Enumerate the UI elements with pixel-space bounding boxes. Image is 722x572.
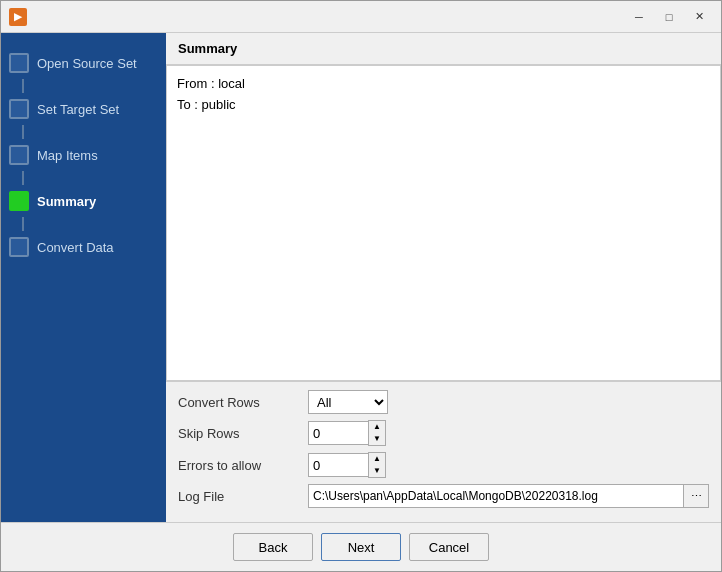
back-button[interactable]: Back xyxy=(233,533,313,561)
titlebar-left: ▶ xyxy=(9,8,27,26)
errors-to-allow-up-button[interactable]: ▲ xyxy=(369,453,385,465)
titlebar-controls: ─ □ ✕ xyxy=(625,6,713,28)
skip-rows-row: Skip Rows ▲ ▼ xyxy=(178,420,709,446)
from-label: From : local xyxy=(177,74,710,95)
errors-to-allow-spinner-buttons: ▲ ▼ xyxy=(368,452,386,478)
skip-rows-input[interactable] xyxy=(308,421,368,445)
step-icon-map-items xyxy=(9,145,29,165)
step-icon-open-source-set xyxy=(9,53,29,73)
summary-area: From : local To : public xyxy=(166,65,721,381)
sidebar-label-map-items: Map Items xyxy=(37,148,98,163)
skip-rows-spinner-buttons: ▲ ▼ xyxy=(368,420,386,446)
titlebar: ▶ ─ □ ✕ xyxy=(1,1,721,33)
footer: Back Next Cancel xyxy=(1,522,721,571)
errors-to-allow-down-button[interactable]: ▼ xyxy=(369,465,385,477)
options-area: Convert Rows All Specific Range Skip Row… xyxy=(166,381,721,522)
right-panel: Summary From : local To : public Convert… xyxy=(166,33,721,522)
main-window: ▶ ─ □ ✕ Open Source Set xyxy=(0,0,722,572)
log-file-row: Log File ⋯ xyxy=(178,484,709,508)
minimize-button[interactable]: ─ xyxy=(625,6,653,28)
errors-to-allow-input[interactable] xyxy=(308,453,368,477)
browse-button[interactable]: ⋯ xyxy=(683,484,709,508)
app-icon: ▶ xyxy=(9,8,27,26)
step-icon-set-target-set xyxy=(9,99,29,119)
step-icon-convert-data xyxy=(9,237,29,257)
log-file-input-container: ⋯ xyxy=(308,484,709,508)
minimize-icon: ─ xyxy=(635,11,643,23)
convert-rows-row: Convert Rows All Specific Range xyxy=(178,390,709,414)
errors-to-allow-spinner: ▲ ▼ xyxy=(308,452,386,478)
close-icon: ✕ xyxy=(695,10,704,23)
skip-rows-up-button[interactable]: ▲ xyxy=(369,421,385,433)
skip-rows-down-button[interactable]: ▼ xyxy=(369,433,385,445)
cancel-button[interactable]: Cancel xyxy=(409,533,489,561)
skip-rows-label: Skip Rows xyxy=(178,426,308,441)
sidebar-label-convert-data: Convert Data xyxy=(37,240,114,255)
sidebar-item-map-items[interactable]: Map Items xyxy=(1,135,166,175)
close-button[interactable]: ✕ xyxy=(685,6,713,28)
browse-icon: ⋯ xyxy=(691,490,702,503)
convert-rows-input: All Specific Range xyxy=(308,390,388,414)
sidebar-item-convert-data[interactable]: Convert Data xyxy=(1,227,166,267)
errors-to-allow-label: Errors to allow xyxy=(178,458,308,473)
convert-rows-select[interactable]: All Specific Range xyxy=(308,390,388,414)
log-file-label: Log File xyxy=(178,489,308,504)
panel-title: Summary xyxy=(166,33,721,65)
log-file-input[interactable] xyxy=(308,484,683,508)
maximize-button[interactable]: □ xyxy=(655,6,683,28)
sidebar-item-summary[interactable]: Summary xyxy=(1,181,166,221)
sidebar-label-set-target-set: Set Target Set xyxy=(37,102,119,117)
skip-rows-spinner: ▲ ▼ xyxy=(308,420,386,446)
sidebar-label-open-source-set: Open Source Set xyxy=(37,56,137,71)
maximize-icon: □ xyxy=(666,11,673,23)
convert-rows-label: Convert Rows xyxy=(178,395,308,410)
sidebar: Open Source Set Set Target Set Map Items… xyxy=(1,33,166,522)
sidebar-label-summary: Summary xyxy=(37,194,96,209)
to-label: To : public xyxy=(177,95,710,116)
sidebar-item-open-source-set[interactable]: Open Source Set xyxy=(1,43,166,83)
next-button[interactable]: Next xyxy=(321,533,401,561)
errors-to-allow-row: Errors to allow ▲ ▼ xyxy=(178,452,709,478)
sidebar-item-set-target-set[interactable]: Set Target Set xyxy=(1,89,166,129)
step-icon-summary xyxy=(9,191,29,211)
main-content: Open Source Set Set Target Set Map Items… xyxy=(1,33,721,522)
